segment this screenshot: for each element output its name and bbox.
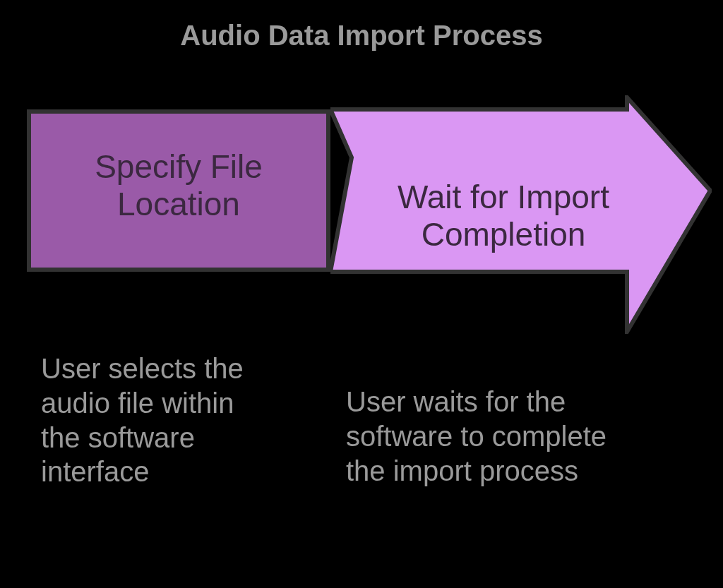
step1-label: Specify File Location bbox=[48, 148, 309, 223]
step1-description: User selects the audio file within the s… bbox=[41, 352, 281, 489]
process-diagram: Specify File Location Wait for Import Co… bbox=[27, 95, 712, 335]
step2-label: Wait for Import Completion bbox=[366, 179, 641, 253]
diagram-title: Audio Data Import Process bbox=[0, 20, 723, 52]
step2-description: User waits for the software to complete … bbox=[346, 385, 621, 488]
